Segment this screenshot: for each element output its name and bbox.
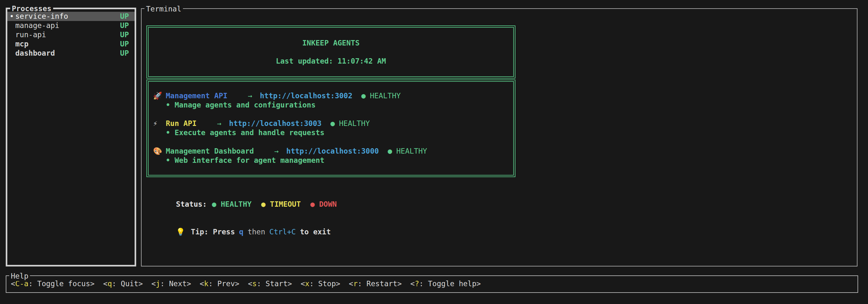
banner-title: INKEEP AGENTS xyxy=(149,38,513,48)
lightning-icon: ⚡ xyxy=(153,119,166,128)
shortcut-key: r xyxy=(353,276,358,292)
process-status-badge: UP xyxy=(120,30,129,39)
bracket: < xyxy=(199,276,204,292)
service-description: • Execute agents and handle requests xyxy=(166,128,513,137)
legend-timeout: ● TIMEOUT xyxy=(261,200,301,208)
service-health-status: HEALTHY xyxy=(370,91,401,100)
process-status-badge: UP xyxy=(120,12,129,21)
shortcut-label: Start xyxy=(266,276,288,292)
service-name: Run API xyxy=(166,119,197,128)
bracket: > xyxy=(397,276,402,292)
service-health-status: HEALTHY xyxy=(339,119,370,128)
shortcut-label: Toggle help xyxy=(428,276,476,292)
service-description: • Manage agents and configurations xyxy=(166,100,513,110)
service-row-run-api: ⚡ Run API → http://localhost:3003 ● HEAL… xyxy=(153,119,513,128)
process-row-service-info[interactable]: • service-info UP xyxy=(7,12,134,21)
palette-icon: 🎨 xyxy=(153,146,166,156)
selected-bullet-icon: • xyxy=(9,12,14,21)
shortcut-key: ? xyxy=(414,276,419,292)
banner-box: INKEEP AGENTS Last updated: 11:07:42 AM xyxy=(146,26,516,78)
shortcut-key: x xyxy=(305,276,310,292)
bracket: < xyxy=(151,276,156,292)
shortcut-next: <j: Next> xyxy=(151,276,191,292)
tip-text: to exit xyxy=(300,228,331,236)
bracket: < xyxy=(349,276,353,292)
process-row-mcp[interactable]: mcp UP xyxy=(7,39,134,49)
shortcut-label: Stop xyxy=(318,276,336,292)
separator: : xyxy=(309,276,318,292)
separator: : xyxy=(358,276,367,292)
bracket: > xyxy=(288,276,292,292)
process-name: run-api xyxy=(15,30,46,39)
services-box: 🚀 Management API → http://localhost:3002… xyxy=(146,79,516,177)
help-shortcuts: <C-a: Toggle focus> <q: Quit> <j: Next> … xyxy=(6,276,858,292)
process-status-badge: UP xyxy=(120,21,129,30)
shortcut-start: <s: Start> xyxy=(248,276,292,292)
shortcut-label: Toggle focus xyxy=(37,276,90,292)
rocket-icon: 🚀 xyxy=(153,91,166,100)
shortcut-stop: <x: Stop> xyxy=(301,276,340,292)
shortcut-label: Restart xyxy=(367,276,397,292)
healthy-dot-icon: ● xyxy=(331,119,335,128)
healthy-dot-icon: ● xyxy=(388,146,392,156)
banner-last-updated: Last updated: 11:07:42 AM xyxy=(149,57,513,66)
processes-panel: Processes • service-info UP manage-api U… xyxy=(6,8,136,267)
service-row-management-dashboard: 🎨 Management Dashboard → http://localhos… xyxy=(153,146,513,156)
arrow-right-icon: → xyxy=(274,146,279,156)
service-url: http://localhost:3003 xyxy=(229,119,322,128)
separator: : xyxy=(257,276,266,292)
status-legend: Status:● HEALTHY● TIMEOUT● DOWN xyxy=(150,191,857,218)
shortcut-key: k xyxy=(204,276,209,292)
shortcut-label: Prev xyxy=(217,276,235,292)
process-name: mcp xyxy=(15,39,29,49)
service-url: http://localhost:3002 xyxy=(260,91,352,100)
bracket: > xyxy=(90,276,94,292)
tip-line: 💡Tip: PressqthenCtrl+Cto exit xyxy=(150,218,857,246)
process-name: service-info xyxy=(15,12,68,21)
shortcut-quit: <q: Quit> xyxy=(103,276,143,292)
process-name: dashboard xyxy=(15,49,55,58)
bracket: > xyxy=(235,276,239,292)
process-row-run-api[interactable]: run-api UP xyxy=(7,30,134,39)
service-url: http://localhost:3000 xyxy=(286,146,379,156)
process-list: • service-info UP manage-api UP run-api … xyxy=(7,9,134,58)
process-status-badge: UP xyxy=(120,39,129,49)
service-name: Management API xyxy=(166,91,227,100)
mprocs-terminal-app: Processes • service-info UP manage-api U… xyxy=(0,0,868,304)
arrow-right-icon: → xyxy=(217,119,221,128)
service-health-status: HEALTHY xyxy=(396,146,427,156)
tip-key-ctrl-c: Ctrl+C xyxy=(270,228,296,236)
healthy-dot-icon: ● xyxy=(362,91,366,100)
legend-down: ● DOWN xyxy=(310,200,337,208)
bracket: < xyxy=(410,276,415,292)
bracket: > xyxy=(336,276,340,292)
shortcut-label: Quit xyxy=(121,276,138,292)
process-row-dashboard[interactable]: dashboard UP xyxy=(7,49,134,58)
shortcut-restart: <r: Restart> xyxy=(349,276,402,292)
legend-healthy: ● HEALTHY xyxy=(212,200,252,208)
separator: : xyxy=(160,276,169,292)
help-panel-title: Help xyxy=(9,271,30,281)
bracket: > xyxy=(476,276,481,292)
tip-text: Tip: Press xyxy=(191,228,235,236)
separator: : xyxy=(112,276,121,292)
terminal-panel-title: Terminal xyxy=(145,4,183,14)
shortcut-key: q xyxy=(107,276,112,292)
service-name: Management Dashboard xyxy=(166,146,254,156)
process-row-manage-api[interactable]: manage-api UP xyxy=(7,21,134,30)
shortcut-toggle-help: <?: Toggle help> xyxy=(410,276,481,292)
shortcut-key: j xyxy=(156,276,160,292)
bracket: < xyxy=(301,276,305,292)
service-description: • Web interface for agent management xyxy=(166,156,513,165)
service-row-management-api: 🚀 Management API → http://localhost:3002… xyxy=(153,91,513,100)
tip-key-q: q xyxy=(239,228,243,236)
shortcut-key: s xyxy=(252,276,257,292)
separator: : xyxy=(209,276,217,292)
separator: : xyxy=(419,276,428,292)
shortcut-prev: <k: Prev> xyxy=(199,276,239,292)
bracket: < xyxy=(103,276,107,292)
arrow-right-icon: → xyxy=(248,91,252,100)
terminal-panel: Terminal INKEEP AGENTS Last updated: 11:… xyxy=(141,8,858,267)
process-status-badge: UP xyxy=(120,49,129,58)
bracket: > xyxy=(187,276,191,292)
